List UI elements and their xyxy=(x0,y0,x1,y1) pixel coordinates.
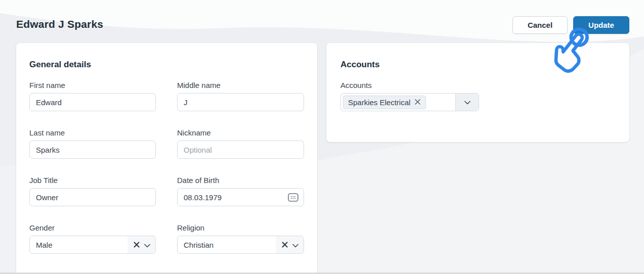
job-title-input[interactable] xyxy=(29,188,156,206)
nickname-label: Nickname xyxy=(177,128,304,138)
field-gender: Gender Male xyxy=(29,223,156,254)
remove-tag-icon[interactable] xyxy=(414,98,421,107)
form-row: Last name Nickname xyxy=(29,128,304,159)
gender-label: Gender xyxy=(29,223,156,233)
field-date-of-birth: Date of Birth 08.03.1979 xyxy=(177,175,304,206)
account-tag-label: Sparkies Electrical xyxy=(348,98,410,107)
field-job-title: Job Title xyxy=(29,175,156,206)
first-name-input[interactable] xyxy=(29,93,156,111)
job-title-label: Job Title xyxy=(29,175,156,186)
dob-value: 08.03.1979 xyxy=(178,193,283,202)
form-row: First name Middle name xyxy=(29,80,304,111)
religion-value: Christian xyxy=(178,241,276,249)
form-row: Gender Male Religion Christian xyxy=(29,223,304,254)
nickname-input[interactable] xyxy=(177,141,304,159)
gender-select[interactable]: Male xyxy=(29,236,156,254)
chevron-down-icon[interactable] xyxy=(144,241,150,249)
dob-label: Date of Birth xyxy=(177,175,304,186)
account-tag: Sparkies Electrical xyxy=(343,96,426,109)
page-title: Edward J Sparks xyxy=(16,18,103,30)
last-name-input[interactable] xyxy=(29,141,156,159)
field-nickname: Nickname xyxy=(177,128,304,159)
chevron-down-icon xyxy=(464,98,470,107)
field-middle-name: Middle name xyxy=(177,80,304,111)
first-name-label: First name xyxy=(29,80,156,90)
cancel-button[interactable]: Cancel xyxy=(512,16,568,34)
chevron-down-icon[interactable] xyxy=(292,241,298,249)
general-details-card: General details First name Middle name L… xyxy=(16,43,317,274)
religion-select[interactable]: Christian xyxy=(177,236,304,254)
field-religion: Religion Christian xyxy=(177,223,304,254)
update-button[interactable]: Update xyxy=(573,16,629,34)
accounts-heading: Accounts xyxy=(340,59,615,70)
accounts-selected-area[interactable]: Sparkies Electrical xyxy=(341,94,455,111)
clear-icon[interactable] xyxy=(282,241,288,249)
last-name-label: Last name xyxy=(29,128,156,138)
accounts-multiselect[interactable]: Sparkies Electrical xyxy=(340,93,479,111)
field-last-name: Last name xyxy=(29,128,156,159)
dob-input[interactable]: 08.03.1979 xyxy=(177,188,304,206)
form-row: Job Title Date of Birth 08.03.1979 xyxy=(29,175,304,206)
religion-label: Religion xyxy=(177,223,304,233)
middle-name-label: Middle name xyxy=(177,80,304,90)
clear-icon[interactable] xyxy=(134,241,140,249)
calendar-icon[interactable] xyxy=(283,193,304,202)
accounts-dropdown-toggle[interactable] xyxy=(455,94,479,111)
middle-name-input[interactable] xyxy=(177,93,304,111)
field-first-name: First name xyxy=(29,80,156,111)
accounts-label: Accounts xyxy=(340,80,615,90)
accounts-card: Accounts Accounts Sparkies Electrical xyxy=(326,43,629,142)
gender-value: Male xyxy=(30,241,127,249)
general-details-heading: General details xyxy=(29,59,304,70)
